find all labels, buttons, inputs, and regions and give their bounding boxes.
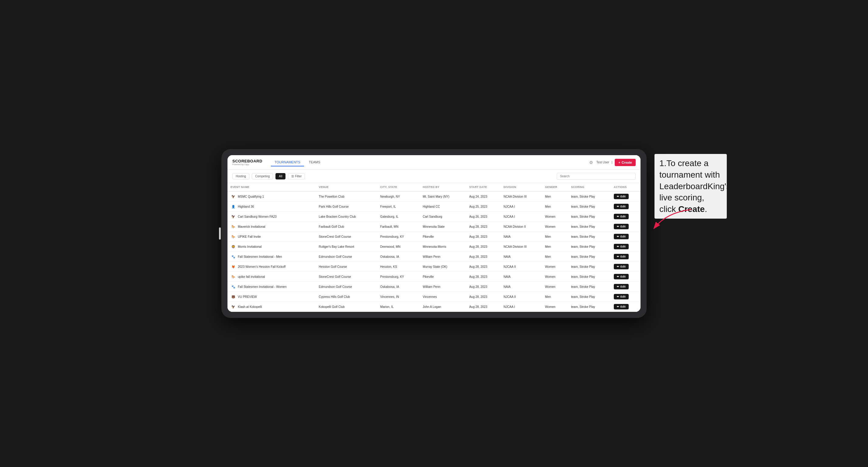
edit-button[interactable]: ✏ Edit	[614, 284, 629, 289]
nav-links: TOURNAMENTS TEAMS	[271, 158, 324, 166]
cell-event-name: 🐎 Maverick Invitational	[227, 222, 316, 232]
event-name-text: Fall Statesmen Invitational - Women	[238, 285, 286, 288]
filter-button[interactable]: ☰ Filter	[288, 173, 305, 180]
cell-hosted-by: Pikeville	[420, 272, 466, 282]
cell-scoring: team, Stroke Play	[568, 201, 611, 212]
event-name-text: Maverick Invitational	[238, 225, 266, 228]
table-row: 👤 Highland 36 Park Hills Golf Course Fre…	[227, 201, 641, 212]
cell-scoring: team, Stroke Play	[568, 191, 611, 201]
cell-division: NAIA	[500, 232, 542, 242]
cell-city-state: Vincennes, IN	[377, 292, 420, 302]
tablet-screen: SCOREBOARD Powered by Clipp TOURNAMENTS …	[227, 155, 641, 312]
cell-hosted-by: William Penn	[420, 282, 466, 292]
cell-venue: The Powelton Club	[316, 191, 377, 201]
edit-button[interactable]: ✏ Edit	[614, 294, 629, 300]
edit-icon: ✏	[617, 195, 619, 198]
brand-title: SCOREBOARD	[232, 159, 262, 163]
col-gender: GENDER	[542, 183, 568, 191]
cell-hosted-by: Carl Sandburg	[420, 212, 466, 222]
cell-actions: ✏ Edit	[611, 252, 641, 262]
edit-button[interactable]: ✏ Edit	[614, 264, 629, 269]
nav-link-tournaments[interactable]: TOURNAMENTS	[271, 158, 304, 166]
cell-hosted-by: Murray State (OK)	[420, 262, 466, 272]
cell-actions: ✏ Edit	[611, 201, 641, 212]
search-input[interactable]	[557, 173, 636, 180]
event-icon: 🐾	[230, 284, 236, 289]
nav-link-teams[interactable]: TEAMS	[305, 158, 324, 166]
table-row: 🦁 Morris Invitational Ruttger's Bay Lake…	[227, 242, 641, 252]
edit-button[interactable]: ✏ Edit	[614, 304, 629, 309]
cell-scoring: team, Stroke Play	[568, 272, 611, 282]
cell-venue: Cypress Hills Golf Club	[316, 292, 377, 302]
annotation-panel: 1.To create a tournament with Leaderboar…	[650, 149, 732, 236]
table-row: 🦊 2023 Women's Hesston Fall Kickoff Hess…	[227, 262, 641, 272]
edit-label: Edit	[620, 295, 626, 298]
edit-button[interactable]: ✏ Edit	[614, 254, 629, 259]
cell-gender: Women	[542, 212, 568, 222]
cell-event-name: 🦅 Carl Sandburg Women FA23	[227, 212, 316, 222]
cell-scoring: team, Stroke Play	[568, 252, 611, 262]
table-row: 🐎 Maverick Invitational Faribault Golf C…	[227, 222, 641, 232]
edit-button[interactable]: ✏ Edit	[614, 194, 629, 199]
event-name-text: Highland 36	[238, 205, 254, 208]
create-label: Create	[622, 161, 632, 164]
edit-button[interactable]: ✏ Edit	[614, 224, 629, 229]
edit-button[interactable]: ✏ Edit	[614, 274, 629, 279]
event-name-text: 2023 Women's Hesston Fall Kickoff	[238, 265, 285, 269]
competing-tab[interactable]: Competing	[252, 173, 273, 180]
table-row: 🐎 UPIKE Fall Invite StoneCrest Golf Cour…	[227, 232, 641, 242]
cell-city-state: Oskaloosa, IA	[377, 282, 420, 292]
gear-icon[interactable]: ⚙	[588, 160, 594, 165]
col-actions: ACTIONS	[611, 183, 641, 191]
edit-icon: ✏	[617, 285, 619, 288]
cell-city-state: Deerwood, MN	[377, 242, 420, 252]
cell-event-name: 🐎 UPIKE Fall Invite	[227, 232, 316, 242]
cell-scoring: team, Stroke Play	[568, 242, 611, 252]
all-tab[interactable]: All	[276, 173, 285, 180]
cell-start-date: Aug 28, 2023	[466, 282, 500, 292]
cell-division: NJCAA II	[500, 292, 542, 302]
cell-event-name: 🐻 VU PREVIEW	[227, 292, 316, 302]
toolbar: Hosting Competing All ☰ Filter	[227, 170, 641, 183]
col-city-state: CITY, STATE	[377, 183, 420, 191]
cell-venue: Park Hills Golf Course	[316, 201, 377, 212]
hosting-tab[interactable]: Hosting	[232, 173, 249, 180]
edit-label: Edit	[620, 205, 626, 208]
cell-hosted-by: Pikeville	[420, 232, 466, 242]
edit-button[interactable]: ✏ Edit	[614, 214, 629, 219]
brand: SCOREBOARD Powered by Clipp	[232, 159, 262, 165]
edit-label: Edit	[620, 245, 626, 248]
cell-city-state: Galesburg, IL	[377, 212, 420, 222]
edit-button[interactable]: ✏ Edit	[614, 204, 629, 209]
col-scoring: SCORING	[568, 183, 611, 191]
table-row: 🦅 Carl Sandburg Women FA23 Lake Bracken …	[227, 212, 641, 222]
edit-button[interactable]: ✏ Edit	[614, 244, 629, 249]
edit-icon: ✏	[617, 255, 619, 258]
cell-event-name: 🦊 2023 Women's Hesston Fall Kickoff	[227, 262, 316, 272]
event-name-text: VU PREVIEW	[238, 295, 257, 299]
edit-button[interactable]: ✏ Edit	[614, 234, 629, 239]
cell-scoring: team, Stroke Play	[568, 262, 611, 272]
cell-gender: Men	[542, 242, 568, 252]
create-button[interactable]: + Create	[615, 159, 636, 166]
cell-gender: Women	[542, 222, 568, 232]
edit-label: Edit	[620, 255, 626, 258]
cell-division: NCAA Division II	[500, 222, 542, 232]
cell-city-state: Faribault, MN	[377, 222, 420, 232]
event-name-text: Carl Sandburg Women FA23	[238, 215, 277, 218]
scroll-button[interactable]	[219, 227, 221, 240]
cell-division: NCAA Division III	[500, 191, 542, 201]
cell-hosted-by: Minnesota State	[420, 222, 466, 232]
cell-start-date: Aug 28, 2023	[466, 262, 500, 272]
cell-gender: Men	[542, 252, 568, 262]
event-name-text: UPIKE Fall Invite	[238, 235, 261, 238]
cell-actions: ✏ Edit	[611, 242, 641, 252]
event-icon: 🦅	[230, 304, 236, 309]
cell-gender: Women	[542, 272, 568, 282]
table-row: 🐎 upike fall invitational StoneCrest Gol…	[227, 272, 641, 282]
event-name-text: Morris Invitational	[238, 245, 261, 248]
nav-user: Test User	[596, 161, 609, 164]
event-icon: 👤	[230, 204, 236, 209]
event-name-text: Klash at Kokopelli	[238, 305, 262, 309]
edit-icon: ✏	[617, 275, 619, 278]
